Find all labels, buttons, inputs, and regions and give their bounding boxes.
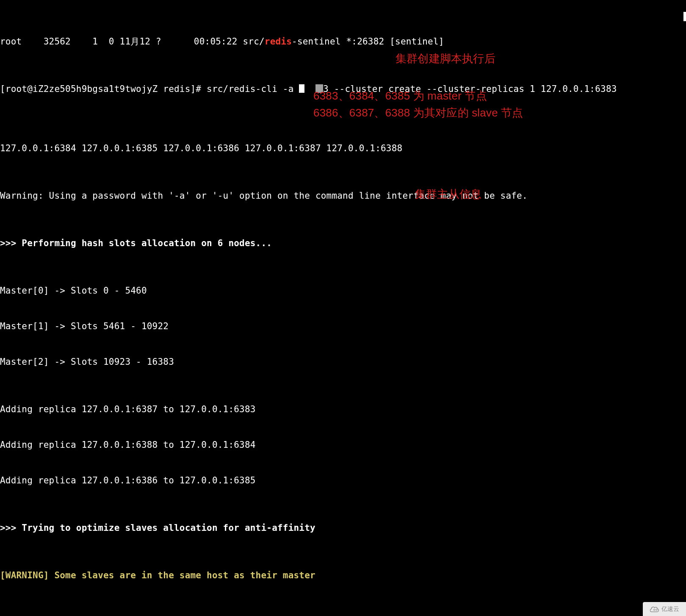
cursor-block-icon	[299, 84, 304, 93]
add-replica-3: Adding replica 127.0.0.1:6386 to 127.0.0…	[0, 474, 686, 486]
annotation-line1: 6383、6384、6385 为 master 节点	[313, 89, 487, 102]
prompt-pre: [root@iZ2ze505h9bgsa1t9twojyZ redis]# sr…	[0, 84, 299, 94]
master0-line: Master[0] -> Slots 0 - 5460	[0, 285, 686, 297]
annotation-cluster-info: 集群主从信息	[415, 186, 481, 203]
performing-header: >>> Performing hash slots allocation on …	[0, 237, 686, 249]
watermark-badge: 亿速云	[643, 602, 686, 616]
add-replica-1: Adding replica 127.0.0.1:6387 to 127.0.0…	[0, 403, 686, 415]
optimize-header: >>> Trying to optimize slaves allocation…	[0, 522, 686, 534]
add-replica-2: Adding replica 127.0.0.1:6388 to 127.0.0…	[0, 439, 686, 451]
cloud-icon	[650, 606, 659, 613]
master2-line: Master[2] -> Slots 10923 - 16383	[0, 356, 686, 368]
host-list-line: 127.0.0.1:6384 127.0.0.1:6385 127.0.0.1:…	[0, 142, 686, 154]
line-wrap-indicator	[683, 12, 686, 21]
ps-post: -sentinel *:26382 [sentinel]	[292, 36, 444, 47]
annotation-script-executed: 集群创建脚本执行后	[396, 50, 495, 67]
password-warning-line: Warning: Using a password with '-a' or '…	[0, 190, 686, 202]
annotation-master-slave-ports: 6383、6384、6385 为 master 节点 6386、6387、638…	[313, 87, 523, 122]
annotation-line2: 6386、6387、6388 为其对应的 slave 节点	[313, 106, 523, 119]
same-host-warning: [WARNING] Some slaves are in the same ho…	[0, 569, 686, 581]
highlight-redis: redis	[265, 36, 292, 47]
ps-output-line: root 32562 1 0 11月12 ? 00:05:22 src/redi…	[0, 36, 686, 47]
master1-line: Master[1] -> Slots 5461 - 10922	[0, 320, 686, 332]
terminal-output[interactable]: root 32562 1 0 11月12 ? 00:05:22 src/redi…	[0, 0, 686, 616]
ps-pre: root 32562 1 0 11月12 ? 00:05:22 src/	[0, 36, 265, 47]
watermark-text: 亿速云	[661, 605, 679, 613]
